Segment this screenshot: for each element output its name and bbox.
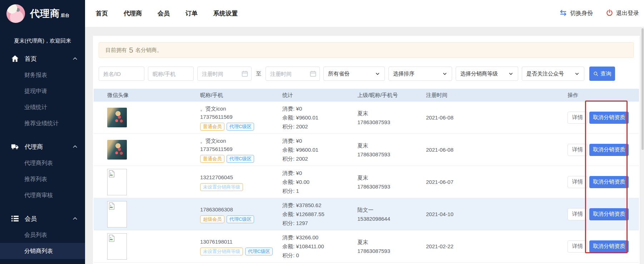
distributor-phone: 17375611569 xyxy=(200,113,282,121)
follow-select-value: 是否关注公众号 xyxy=(526,70,564,77)
cancel-distribution-button[interactable]: 取消分销资质 xyxy=(589,112,629,124)
balance-stat: 余额: ¥9600.01 xyxy=(282,113,357,122)
logo-text: 代理商后台 xyxy=(30,7,69,20)
table-row: 。贤文icon 17375611569 普通会员 代理C级区 消费: ¥0 余额… xyxy=(94,102,639,134)
cancel-distribution-button[interactable]: 取消分销资质 xyxy=(589,176,629,188)
broken-image-icon xyxy=(109,202,115,210)
cancel-distribution-button[interactable]: 取消分销资质 xyxy=(589,144,629,156)
nav-item-home[interactable]: 首页 xyxy=(96,9,108,18)
sort-select[interactable]: 选择排序 xyxy=(388,67,452,81)
nav-item-settings[interactable]: 系统设置 xyxy=(213,9,238,18)
cancel-distribution-button[interactable]: 取消分销资质 xyxy=(589,240,629,253)
col-header-actions: 操作 xyxy=(568,92,639,99)
sidebar-group-agent[interactable]: 代理商 xyxy=(0,138,85,155)
logo-subtitle: 后台 xyxy=(61,13,69,18)
sidebar-item-finance-report[interactable]: 财务报表 xyxy=(0,67,85,83)
parent-name: 夏末 xyxy=(357,173,426,182)
col-header-stats: 统计 xyxy=(282,92,357,99)
detail-button[interactable]: 详情 xyxy=(568,112,588,124)
broken-image-avatar xyxy=(107,233,127,260)
nickname-phone-input[interactable] xyxy=(148,67,194,81)
register-date-end-input[interactable] xyxy=(266,67,320,81)
sidebar-item-agent-review[interactable]: 代理商审核 xyxy=(0,187,85,203)
detail-button[interactable]: 详情 xyxy=(568,240,588,253)
agent-zone-badge: 代理C级区 xyxy=(245,248,273,255)
detail-button[interactable]: 详情 xyxy=(568,176,588,188)
consume-stat: 消费: ¥0 xyxy=(282,168,357,177)
consume-stat: 消费: ¥37850.62 xyxy=(282,201,357,210)
name-id-input[interactable] xyxy=(99,67,144,81)
chevron-up-icon xyxy=(72,144,78,150)
detail-button[interactable]: 详情 xyxy=(568,144,588,156)
search-button[interactable]: 查询 xyxy=(589,67,615,81)
distributor-nickname: 。贤文icon xyxy=(200,104,282,113)
broken-image-icon xyxy=(109,235,115,242)
welcome-text: 夏末(代理商)，欢迎回来 xyxy=(0,35,85,46)
table-row: 13212706045 未设置分销商等级 消费: ¥0 余额: ¥0.00 积分… xyxy=(94,166,639,198)
logo-title: 代理商 xyxy=(30,8,60,19)
switch-identity-button[interactable]: 切换身份 xyxy=(559,9,593,18)
member-level-badge: 普通会员 xyxy=(200,155,224,163)
sidebar-item-referral-list[interactable]: 推荐列表 xyxy=(0,171,85,187)
consume-stat: 消费: ¥0 xyxy=(282,104,357,113)
distributor-count: 5 xyxy=(129,46,133,54)
list-icon xyxy=(11,214,19,223)
sidebar: 夏末(代理商)，欢迎回来 首页 财务报表 提现申请 业绩统计 推荐业绩统计 代理… xyxy=(0,27,85,264)
search-button-label: 查询 xyxy=(601,70,611,77)
distributor-level-select[interactable]: 选择分销商等级 xyxy=(456,67,518,81)
sidebar-item-withdraw-request[interactable]: 提现申请 xyxy=(0,83,85,99)
sidebar-item-referral-performance-stats[interactable]: 推荐业绩统计 xyxy=(0,115,85,131)
switch-identity-label: 切换身份 xyxy=(570,10,593,17)
member-level-badge: 未设置分销商等级 xyxy=(200,248,243,255)
sidebar-item-member-list[interactable]: 会员列表 xyxy=(0,227,85,243)
sidebar-item-performance-stats[interactable]: 业绩统计 xyxy=(0,99,85,115)
agent-zone-badge: 代理C级区 xyxy=(227,123,254,131)
agent-zone-badge: 代理C级区 xyxy=(227,155,254,163)
sidebar-group-member[interactable]: 会员 xyxy=(0,210,85,227)
col-header-register-date: 注册时间 xyxy=(426,92,568,99)
cancel-distribution-button[interactable]: 取消分销资质 xyxy=(589,208,629,220)
parent-phone: 17863087593 xyxy=(357,182,426,191)
member-level-badge: 超级会员 xyxy=(200,215,224,223)
logo-avatar xyxy=(6,4,25,23)
col-header-nickname-phone: 昵称/手机 xyxy=(200,92,282,99)
balance-stat: 余额: ¥126887.55 xyxy=(282,210,357,219)
col-header-wechat-avatar: 微信头像 xyxy=(94,92,200,99)
logout-button[interactable]: 退出登录 xyxy=(606,9,639,18)
power-icon xyxy=(606,9,613,18)
nav-item-member[interactable]: 会员 xyxy=(158,9,170,18)
sidebar-item-distributor-list[interactable]: 分销商列表 xyxy=(0,243,85,259)
province-select-value: 所有省份 xyxy=(328,70,350,77)
register-date-start-input[interactable] xyxy=(197,67,252,81)
follow-official-account-select[interactable]: 是否关注公众号 xyxy=(522,67,584,81)
points-stat: 积分: 1297 xyxy=(282,219,357,228)
chevron-down-icon xyxy=(508,71,514,77)
parent-name: 夏末 xyxy=(357,109,426,118)
sidebar-group-home-label: 首页 xyxy=(25,55,37,63)
sidebar-item-agent-list[interactable]: 代理商列表 xyxy=(0,155,85,171)
nav-item-order[interactable]: 订单 xyxy=(185,9,198,18)
vertical-scrollbar[interactable] xyxy=(641,27,644,264)
table-header-row: 微信头像 昵称/手机 统计 上级/昵称/手机号 注册时间 操作 xyxy=(94,89,639,102)
sidebar-group-agent-label: 代理商 xyxy=(25,143,43,151)
member-level-badge: 未设置分销商等级 xyxy=(200,183,243,191)
content-card: 目前拥有 5 名分销商。 至 所有省份 xyxy=(93,36,640,264)
alert-suffix: 名分销商。 xyxy=(135,47,162,54)
province-select[interactable]: 所有省份 xyxy=(323,67,385,81)
member-level-badge: 普通会员 xyxy=(200,123,224,131)
consume-stat: 消费: ¥3266.00 xyxy=(282,233,357,242)
filter-row: 至 所有省份 选择排序 选择分销商等级 是否关注公众号 查询 xyxy=(99,67,634,81)
swap-arrows-icon xyxy=(559,9,567,18)
nav-item-agent[interactable]: 代理商 xyxy=(124,9,142,18)
register-date-start-wrap xyxy=(197,67,252,81)
scrollbar-thumb[interactable] xyxy=(641,28,644,150)
distributor-table: 微信头像 昵称/手机 统计 上级/昵称/手机号 注册时间 操作 。贤文icon … xyxy=(94,89,639,263)
detail-button[interactable]: 详情 xyxy=(568,208,588,220)
broken-image-icon xyxy=(109,170,115,177)
parent-name: 夏末 xyxy=(357,141,426,150)
table-row: 。贤文icon 17375611569 普通会员 代理C级区 消费: ¥0 余额… xyxy=(94,134,639,166)
chevron-up-icon xyxy=(72,56,78,62)
sidebar-group-home[interactable]: 首页 xyxy=(0,50,85,67)
points-stat: 积分: 2002 xyxy=(282,122,357,131)
top-actions: 切换身份 退出登录 xyxy=(559,9,644,18)
